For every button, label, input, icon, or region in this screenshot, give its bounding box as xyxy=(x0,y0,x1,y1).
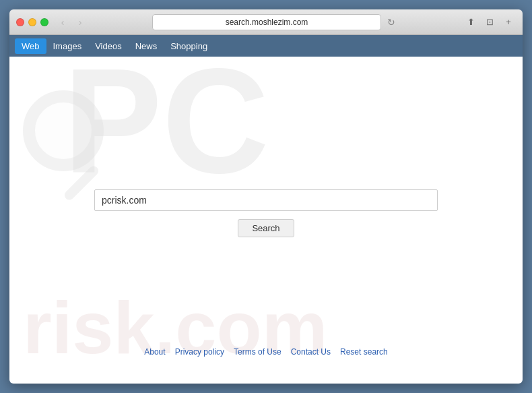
back-button[interactable]: ‹ xyxy=(55,15,70,30)
address-bar[interactable]: search.moshlezim.com xyxy=(152,14,381,30)
search-button[interactable]: Search xyxy=(238,219,294,237)
tab-news[interactable]: News xyxy=(129,38,164,54)
nav-tabs: Web Images Videos News Shopping xyxy=(9,35,523,57)
pc-watermark-text: PC xyxy=(63,57,269,207)
footer-link-about[interactable]: About xyxy=(144,347,165,357)
close-button[interactable] xyxy=(16,18,24,26)
magnifier-circle xyxy=(23,90,104,171)
new-tab-button[interactable]: + xyxy=(501,15,516,30)
address-bar-container: search.moshlezim.com ↻ xyxy=(93,14,458,30)
nav-buttons: ‹ › xyxy=(55,15,88,30)
footer-link-privacy[interactable]: Privacy policy xyxy=(175,347,224,357)
tab-videos[interactable]: Videos xyxy=(88,38,129,54)
title-bar-right: ⬆ ⊡ + xyxy=(463,15,516,30)
risk-watermark-text: risk.com xyxy=(23,284,327,370)
traffic-lights xyxy=(16,18,48,26)
magnifier-watermark xyxy=(23,90,104,171)
footer-link-terms[interactable]: Terms of Use xyxy=(234,347,281,357)
forward-button[interactable]: › xyxy=(73,15,88,30)
url-text: search.moshlezim.com xyxy=(226,18,308,27)
footer-link-reset[interactable]: Reset search xyxy=(340,347,388,357)
share-button[interactable]: ⬆ xyxy=(463,15,478,30)
page-content: PC risk.com Search About Privacy policy … xyxy=(9,57,523,384)
tab-images[interactable]: Images xyxy=(46,38,89,54)
reload-button[interactable]: ↻ xyxy=(384,15,399,30)
maximize-button[interactable] xyxy=(40,18,48,26)
footer-links: About Privacy policy Terms of Use Contac… xyxy=(144,347,387,357)
fullscreen-button[interactable]: ⊡ xyxy=(482,15,497,30)
tab-shopping[interactable]: Shopping xyxy=(164,38,214,54)
title-bar: ‹ › search.moshlezim.com ↻ ⬆ ⊡ + xyxy=(9,9,523,35)
minimize-button[interactable] xyxy=(28,18,36,26)
browser-window: ‹ › search.moshlezim.com ↻ ⬆ ⊡ + Web Ima… xyxy=(9,9,523,384)
search-area: Search xyxy=(94,189,438,237)
tab-web[interactable]: Web xyxy=(15,38,46,54)
search-input[interactable] xyxy=(94,189,438,211)
footer-link-contact[interactable]: Contact Us xyxy=(291,347,331,357)
